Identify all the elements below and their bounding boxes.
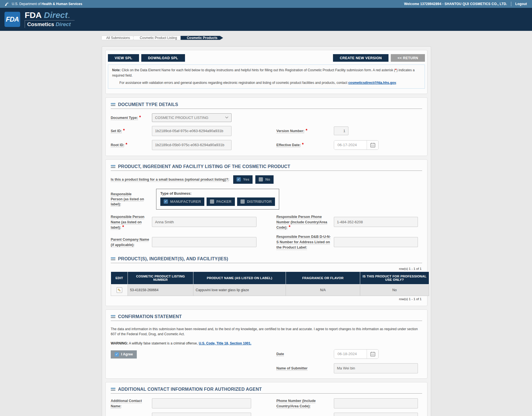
duns-number-input[interactable] <box>334 237 418 247</box>
toolbar-card: VIEW SPL DOWNLOAD SPL CREATE NEW VERSION… <box>105 50 427 94</box>
cell-fragrance: N/A <box>286 284 360 296</box>
government-bar: U.S. Department of Health & Human Servic… <box>0 0 532 8</box>
effective-date-label[interactable]: Effective Date: <box>276 143 301 147</box>
logout-link[interactable]: Logout <box>515 2 527 6</box>
additional-contact-name-input[interactable] <box>152 398 251 408</box>
hhs-eagle-icon <box>4 1 10 7</box>
effective-date-calendar-button[interactable] <box>367 141 378 150</box>
calendar-icon <box>370 142 376 148</box>
section-title-additional-contact: ADDITIONAL CONTACT INFORMATION FOR AUTHO… <box>118 387 262 392</box>
section-title-product-listing: PRODUCT, INGREDIENT AND FACILITY LISTING… <box>118 164 290 169</box>
checkbox-checked-icon: ✓ <box>164 199 168 204</box>
small-business-label[interactable]: Is this a product listing for a small bu… <box>111 177 229 182</box>
col-header-fragrance: FRAGRANCE OR FLAVOR <box>286 272 360 284</box>
parent-company-name-input[interactable] <box>152 237 256 247</box>
i-agree-button[interactable]: ✓ I Agree <box>111 350 137 358</box>
warning-line: WARNING: A willfully false statement is … <box>111 341 422 345</box>
col-header-listing-number: COSMETIC PRODUCT LISTING NUMBER <box>128 272 193 284</box>
calendar-icon <box>370 351 376 357</box>
additional-contact-name-label[interactable]: Additional Contact Name: <box>111 399 142 408</box>
welcome-text: Welcome 13728942894 - SHANTOU QIJI COSME… <box>404 2 507 6</box>
checkbox-unchecked-icon <box>240 199 245 204</box>
packer-checkbox-button[interactable]: PACKER <box>207 197 235 206</box>
responsible-person-phone-label[interactable]: Responsible Person Phone Number (Include… <box>276 215 327 229</box>
submission-date-input[interactable] <box>334 350 367 358</box>
parent-company-name-label[interactable]: Parent Company Name (if applicable): <box>111 238 149 247</box>
note-line2: For assistance with validation errors an… <box>112 80 421 86</box>
section-collapse-icon[interactable] <box>111 103 115 106</box>
brand-dot: . <box>68 10 70 20</box>
agent-email-input[interactable] <box>152 413 251 416</box>
phone-extension-input[interactable] <box>334 413 418 416</box>
return-button[interactable]: << RETURN <box>391 54 425 62</box>
agent-phone-number-input[interactable] <box>334 398 418 408</box>
breadcrumb: All Submissions Cosmetic Product Listing… <box>102 35 532 41</box>
checkbox-checked-icon: ✓ <box>237 177 241 181</box>
breadcrumb-cosmetic-product-listing[interactable]: Cosmetic Product Listing <box>134 36 183 40</box>
section-title-document-type: DOCUMENT TYPE DETAILS <box>118 102 178 107</box>
create-new-version-button[interactable]: CREATE NEW VERSION <box>333 54 388 62</box>
col-header-product-name: PRODUCT NAME (AS LISTED ON LABEL) <box>193 272 286 284</box>
version-number-label[interactable]: Version Number: <box>276 129 304 133</box>
root-id-label[interactable]: Root ID: <box>111 143 124 147</box>
cell-product-name: Cappuvini love water glass lip glaze <box>193 284 286 296</box>
checkbox-unchecked-icon <box>210 199 214 204</box>
edit-row-icon[interactable]: ✎ <box>117 287 122 293</box>
duns-number-label[interactable]: Responsible Person D&B D-U-N-S Number fo… <box>276 235 331 249</box>
us-code-link[interactable]: U.S. Code, Title 18, Section 1001. <box>199 341 251 345</box>
col-header-professional-use: IS THIS PRODUCT FOR PROFESSIONAL USE ONL… <box>360 272 429 284</box>
section-title-confirmation: CONFIRMATION STATEMENT <box>118 314 182 319</box>
small-business-no-button[interactable]: No <box>255 175 273 184</box>
confirmation-statement: The data and information in this submiss… <box>111 327 422 337</box>
section-collapse-icon[interactable] <box>111 388 115 391</box>
fda-logo: FDA <box>4 12 20 27</box>
agent-phone-number-label[interactable]: Phone Number (Include Country/Area Code)… <box>276 399 316 408</box>
effective-date-input[interactable] <box>334 141 367 150</box>
col-header-edit: EDIT <box>111 272 128 284</box>
checkbox-checked-icon: ✓ <box>115 352 119 357</box>
cell-listing-number: 53-418158-268664 <box>128 284 193 296</box>
note-box: Note: Click on the Data Element Name for… <box>108 65 425 89</box>
document-type-card: DOCUMENT TYPE DETAILS Document Type: * C… <box>105 97 427 156</box>
set-id-label[interactable]: Set ID: <box>111 129 122 133</box>
products-table: EDIT COSMETIC PRODUCT LISTING NUMBER PRO… <box>111 272 429 296</box>
product-listing-card: PRODUCT, INGREDIENT AND FACILITY LISTING… <box>105 159 427 306</box>
breadcrumb-cosmetic-products[interactable]: Cosmetic Products <box>181 36 223 40</box>
cell-professional-use: No <box>360 284 429 296</box>
department-title: U.S. Department of Health & Human Servic… <box>12 2 82 6</box>
section-title-products-table: PRODUCT(S), INGREDIENT(S), AND FACILITY(… <box>118 256 228 261</box>
form-panel: VIEW SPL DOWNLOAD SPL CREATE NEW VERSION… <box>102 46 431 416</box>
version-number-input[interactable] <box>334 127 348 135</box>
name-of-submitter-input[interactable] <box>334 363 418 373</box>
section-collapse-icon[interactable] <box>111 257 115 260</box>
view-spl-button[interactable]: VIEW SPL <box>108 54 139 62</box>
brand-subtitle: Cosmetics Direct <box>25 20 75 28</box>
responsible-person-phone-input[interactable] <box>334 217 418 227</box>
submission-date-calendar-button[interactable] <box>367 350 378 358</box>
checkbox-unchecked-icon <box>259 177 263 181</box>
type-of-business-label: Type of Business: <box>160 191 275 196</box>
note-line1: Note: Click on the Data Element Name for… <box>112 68 421 78</box>
document-type-label[interactable]: Document Type: <box>111 116 138 120</box>
responsible-person-name-label[interactable]: Responsible Person Name (as listed on la… <box>111 215 144 229</box>
date-label[interactable]: Date <box>276 352 284 356</box>
set-id-input[interactable] <box>152 126 232 136</box>
contact-email-link[interactable]: cosmeticsdirect@fda.hhs.gov <box>348 81 396 85</box>
document-type-select[interactable]: COSMETIC PRODUCT LISTING <box>152 113 232 122</box>
app-header: FDA FDA Direct. Cosmetics Direct <box>0 8 532 31</box>
chevron-down-icon <box>225 116 228 119</box>
manufacturer-checkbox-button[interactable]: ✓ MANUFACTURER <box>160 197 204 206</box>
name-of-submitter-label[interactable]: Name of Submitter <box>276 366 307 370</box>
section-collapse-icon[interactable] <box>111 165 115 168</box>
responsible-person-name-input[interactable] <box>152 217 256 227</box>
section-collapse-icon[interactable] <box>111 315 115 318</box>
breadcrumb-all-submissions[interactable]: All Submissions <box>102 36 136 40</box>
responsible-person-label[interactable]: Responsible Person (as listed on label): <box>111 192 144 207</box>
brand-direct: Direct <box>44 10 68 20</box>
topbar-divider <box>511 2 511 6</box>
root-id-input[interactable] <box>152 140 232 150</box>
small-business-yes-button[interactable]: ✓ Yes <box>233 175 253 184</box>
brand-block: FDA Direct. Cosmetics Direct <box>25 11 75 28</box>
download-spl-button[interactable]: DOWNLOAD SPL <box>141 54 185 62</box>
distributor-checkbox-button[interactable]: DISTRIBUTOR <box>237 197 275 206</box>
